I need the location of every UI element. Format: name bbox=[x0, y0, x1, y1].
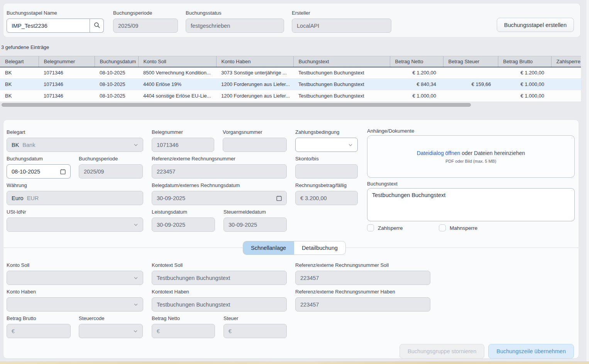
leistungsdatum-label: Leistungsdatum bbox=[152, 209, 215, 215]
belegart-select[interactable]: BK Bank bbox=[7, 138, 143, 152]
apply-booking-line-button[interactable]: Buchungszeile übernehmen bbox=[488, 344, 574, 359]
field-form-buchungsperiode: Buchungsperiode 2025/09 bbox=[79, 156, 143, 179]
belegnummer-input: 1071346 bbox=[152, 138, 214, 152]
cell bbox=[551, 90, 581, 102]
field-belegdatum: Belegdatum/externes Rechnungsdatum 30-09… bbox=[152, 182, 287, 205]
status-value: festgeschrieben bbox=[191, 23, 230, 29]
cell: BK bbox=[0, 90, 39, 102]
period-label: Buchungsperiode bbox=[113, 10, 178, 16]
skonto-label: Skonto/bis bbox=[295, 156, 358, 162]
col-betrag-steuer: Betrag Steuer bbox=[443, 56, 498, 67]
col-konto-haben: Konto Haben bbox=[216, 56, 293, 67]
field-steuer: Steuer € bbox=[223, 315, 287, 338]
batch-name-input[interactable]: IMP_Test2236 bbox=[7, 19, 90, 33]
cell: 08-10-2025 bbox=[95, 67, 138, 79]
steuercode-label: Steuercode bbox=[79, 315, 143, 321]
cell: 8500 Verrechnung Kondition... bbox=[138, 67, 216, 79]
table-row[interactable]: BK 1071346 08-10-2025 8500 Verrechnung K… bbox=[0, 67, 581, 79]
steuercode-select[interactable] bbox=[79, 324, 143, 338]
cell bbox=[551, 79, 581, 90]
mahnsperre-checkbox[interactable] bbox=[439, 224, 446, 231]
table-row-selected[interactable]: BK 1071346 08-10-2025 4400 Erlöse 19% 12… bbox=[0, 79, 581, 90]
waehrung-input: Euro EUR bbox=[7, 191, 143, 205]
kontotext-soll-input: Testbuchungen Buchungstext bbox=[152, 271, 287, 285]
period-input: 2025/09 bbox=[113, 19, 178, 33]
cell: € 159,66 bbox=[443, 79, 498, 90]
booking-form-card: Belegart BK Bank Belegnummer 1071346 Vor… bbox=[3, 120, 579, 359]
cell: Testbuchungen Buchungstext bbox=[293, 67, 390, 79]
leistungsdatum-input: 30-09-2025 bbox=[152, 217, 215, 232]
col-buchungsdatum: Buchungsdatum bbox=[95, 56, 138, 67]
table-row[interactable]: BK 1071346 08-10-2025 4404 sonstige Erlö… bbox=[0, 90, 581, 102]
kontotext-soll-label: Kontotext Soll bbox=[152, 262, 287, 268]
referenz-soll-input: 223457 bbox=[295, 271, 430, 285]
steuer-input[interactable]: € bbox=[223, 324, 287, 338]
calendar-icon[interactable] bbox=[59, 168, 66, 175]
page-scrollbar[interactable] bbox=[586, 0, 589, 364]
search-button[interactable] bbox=[90, 19, 104, 33]
search-icon bbox=[93, 22, 100, 30]
cancel-booking-group-button[interactable]: Buchungsgruppe stornieren bbox=[399, 344, 484, 359]
field-belegnummer: Belegnummer 1071346 bbox=[152, 129, 214, 152]
attachments-dropzone[interactable]: Dateidialog öffnen oder Dateien hereinzi… bbox=[367, 135, 575, 178]
ust-idnr-select[interactable] bbox=[7, 217, 143, 232]
belegnummer-label: Belegnummer bbox=[152, 129, 214, 135]
betrag-netto-input[interactable]: € bbox=[152, 324, 215, 338]
cell bbox=[551, 67, 581, 79]
ust-idnr-label: USt-IdNr bbox=[7, 209, 143, 215]
cell: Testbuchungen Buchungstext bbox=[293, 79, 390, 90]
chevron-down-icon bbox=[133, 275, 139, 281]
zahlsperre-checkbox-label: Zahlsperre bbox=[378, 225, 403, 231]
buchungsdatum-label: Buchungsdatum bbox=[7, 156, 71, 162]
form-buchungsperiode-label: Buchungsperiode bbox=[79, 156, 143, 162]
referenz-value: 223457 bbox=[157, 169, 175, 175]
skonto-input bbox=[295, 164, 358, 179]
chevron-down-icon bbox=[133, 302, 139, 308]
waehrung-label: Währung bbox=[7, 182, 143, 188]
tab-detailbuchung[interactable]: Detailbuchung bbox=[294, 241, 346, 255]
rechnungsbetrag-value: € 3.200,00 bbox=[300, 195, 327, 201]
rechnungsbetrag-label: Rechnungsbetrag/fällig bbox=[295, 182, 358, 188]
col-belegart: Belegart bbox=[0, 56, 39, 67]
create-batch-button[interactable]: Buchungsstapel erstellen bbox=[497, 18, 574, 32]
chevron-down-icon bbox=[133, 142, 139, 148]
vorgangsnummer-label: Vorgangsnummer bbox=[223, 129, 287, 135]
table-horizontal-scrollbar[interactable] bbox=[2, 103, 471, 107]
konto-soll-label: Konto Soll bbox=[7, 262, 143, 268]
betrag-brutto-placeholder: € bbox=[12, 328, 15, 334]
konto-soll-select[interactable] bbox=[7, 271, 143, 285]
field-skonto: Skonto/bis bbox=[295, 156, 358, 179]
field-konto-haben: Konto Haben bbox=[7, 289, 143, 312]
referenz-soll-value: 223457 bbox=[300, 275, 319, 281]
cell: 08-10-2025 bbox=[95, 90, 138, 102]
col-zahlsperre: Zahlsperre bbox=[551, 56, 581, 67]
zahlsperre-checkbox-row: Zahlsperre bbox=[367, 224, 403, 231]
calendar-icon bbox=[276, 195, 283, 202]
betrag-netto-placeholder: € bbox=[157, 328, 160, 334]
batch-name-value: IMP_Test2236 bbox=[12, 23, 47, 29]
col-buchungstext: Buchungstext bbox=[293, 56, 390, 67]
vorgangsnummer-input bbox=[223, 138, 287, 152]
zahlsperre-checkbox[interactable] bbox=[367, 224, 374, 231]
open-file-dialog-link[interactable]: Dateidialog öffnen bbox=[417, 150, 460, 156]
betrag-brutto-label: Betrag Brutto bbox=[7, 315, 71, 321]
cell: 08-10-2025 bbox=[95, 79, 138, 90]
konto-haben-select[interactable] bbox=[7, 297, 143, 312]
cell: BK bbox=[0, 79, 39, 90]
betrag-brutto-input[interactable]: € bbox=[7, 324, 71, 338]
buchungsdatum-input[interactable]: 08-10-2025 bbox=[7, 164, 71, 179]
creator-label: Ersteller bbox=[292, 10, 391, 16]
form-buchungsperiode-input: 2025/09 bbox=[79, 164, 143, 179]
buchungstext-textarea[interactable]: Testbuchungen Buchungstext bbox=[367, 188, 575, 221]
referenz-haben-input: 223457 bbox=[295, 297, 430, 312]
tab-schnellanlage[interactable]: Schnellanlage bbox=[243, 241, 294, 255]
field-leistungsdatum: Leistungsdatum 30-09-2025 bbox=[152, 209, 215, 232]
zahlungsbedingung-select[interactable] bbox=[295, 138, 358, 152]
betrag-netto-label: Betrag Netto bbox=[152, 315, 215, 321]
referenz-label: Referenz/externe Rechnungsnummer bbox=[152, 156, 287, 162]
col-belegnummer: Belegnummer bbox=[39, 56, 95, 67]
field-betrag-brutto: Betrag Brutto € bbox=[7, 315, 71, 338]
field-buchungsdatum: Buchungsdatum 08-10-2025 bbox=[7, 156, 71, 179]
field-status: Buchungsstatus festgeschrieben bbox=[186, 10, 284, 33]
col-konto-soll: Konto Soll bbox=[138, 56, 216, 67]
